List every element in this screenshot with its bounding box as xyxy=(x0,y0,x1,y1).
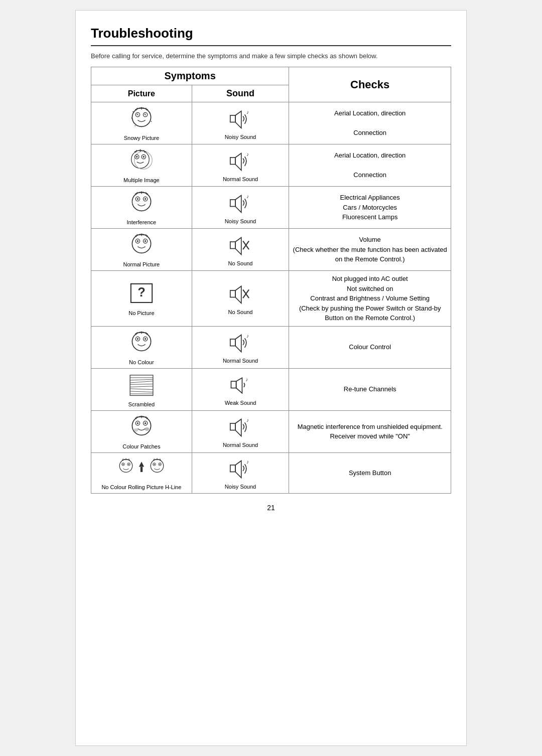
svg-text:♪: ♪ xyxy=(246,417,248,423)
noisy-sound-svg: ♪ xyxy=(227,107,254,132)
noisy-sound-svg-2: ♪ xyxy=(227,191,254,216)
no-sound-label-2: No Sound xyxy=(228,309,253,315)
svg-marker-52 xyxy=(235,237,241,254)
no-colour-icon: No Colour xyxy=(93,330,190,365)
table-row: Scrambled ♪ Weak Sound xyxy=(91,368,451,410)
normal-sound-label-1: Normal Sound xyxy=(223,176,258,182)
no-picture-svg: ? xyxy=(126,280,157,308)
checks-text: Electrical AppliancesCars / MotorcyclesF… xyxy=(340,194,400,221)
no-sound-svg-1 xyxy=(227,233,254,258)
svg-point-61 xyxy=(132,332,151,351)
no-sound-label-1: No Sound xyxy=(228,260,253,266)
checks-cell: Volume(Check whether the mute function h… xyxy=(289,229,451,271)
svg-point-84 xyxy=(132,416,151,435)
intro-text: Before calling for service, determine th… xyxy=(91,52,451,60)
svg-text:♪: ♪ xyxy=(246,109,248,114)
svg-rect-57 xyxy=(230,290,235,297)
checks-text: System Button xyxy=(349,469,391,477)
svg-point-5 xyxy=(144,114,146,115)
svg-point-110 xyxy=(154,464,155,465)
svg-point-46 xyxy=(137,240,139,242)
picture-cell: Scrambled xyxy=(91,368,192,410)
checks-text: Aerial Location, directionConnection xyxy=(334,152,405,179)
normal-sound-svg-1: ♪ xyxy=(227,149,254,174)
svg-point-34 xyxy=(145,198,146,200)
svg-point-3 xyxy=(137,114,138,115)
checks-cell: Not plugged into AC outletNot switched o… xyxy=(289,271,451,327)
svg-text:♪: ♪ xyxy=(246,333,248,339)
svg-line-77 xyxy=(130,386,153,387)
checks-cell: Magnetic interference from unshielded eq… xyxy=(289,410,451,452)
svg-point-87 xyxy=(137,422,139,423)
checks-cell: Electrical AppliancesCars / MotorcyclesF… xyxy=(289,187,451,229)
svg-point-19 xyxy=(134,152,152,170)
snowy-picture-icon: Snowy Picture xyxy=(93,105,190,141)
normal-picture-svg xyxy=(126,232,157,259)
svg-point-47 xyxy=(145,240,146,242)
svg-text:♪: ♪ xyxy=(246,151,248,157)
svg-rect-69 xyxy=(230,339,235,346)
svg-rect-51 xyxy=(230,241,235,248)
table-row: Snowy Picture ♪ xyxy=(91,102,451,144)
checks-cell: System Button xyxy=(289,452,451,493)
picture-cell: No Colour xyxy=(91,326,192,368)
picture-cell: Multiple Image xyxy=(91,144,192,187)
noisy-sound-svg-3: ♪ xyxy=(227,457,254,482)
checks-cell: Aerial Location, directionConnection xyxy=(289,144,451,187)
scrambled-icon: Scrambled xyxy=(93,372,190,407)
sound-cell: ♪ Noisy Sound xyxy=(192,452,289,493)
svg-rect-115 xyxy=(230,465,235,472)
table-row: ? No Picture No Sound xyxy=(91,271,451,327)
no-colour-rolling-icon: No Colour Rolling Picture H-Line xyxy=(93,456,190,490)
checks-text: Colour Control xyxy=(349,343,391,351)
checks-text: Not plugged into AC outletNot switched o… xyxy=(299,275,441,322)
rolling-pic-1-svg xyxy=(118,456,134,482)
noisy-sound-label-2: Noisy Sound xyxy=(225,218,256,224)
no-sound-icon-1: No Sound xyxy=(194,233,287,266)
noisy-sound-label: Noisy Sound xyxy=(225,134,256,140)
svg-point-101 xyxy=(128,464,129,465)
picture-cell: Normal Picture xyxy=(91,229,192,271)
snowy-picture-label: Snowy Picture xyxy=(124,135,159,141)
scrambled-svg xyxy=(126,372,157,399)
svg-point-65 xyxy=(145,338,146,339)
noisy-sound-label-3: Noisy Sound xyxy=(225,484,256,490)
sound-cell: No Sound xyxy=(192,229,289,271)
svg-marker-58 xyxy=(235,286,241,303)
svg-rect-94 xyxy=(230,423,235,430)
checks-cell: Colour Control xyxy=(289,326,451,368)
checks-text: Volume(Check whether the mute function h… xyxy=(293,236,447,263)
checks-text: Magnetic interference from unshielded eq… xyxy=(298,423,443,440)
svg-point-6 xyxy=(145,115,146,116)
normal-sound-icon-2: ♪ Normal Sound xyxy=(194,331,287,364)
svg-point-4 xyxy=(138,115,139,116)
multiple-image-icon: Multiple Image xyxy=(93,147,190,183)
colour-patches-svg xyxy=(126,414,157,441)
header-sound: Sound xyxy=(192,85,289,102)
svg-point-11 xyxy=(134,125,136,126)
rolling-pic-2-svg xyxy=(136,456,147,482)
svg-text:♪: ♪ xyxy=(246,193,248,199)
svg-point-22 xyxy=(136,156,138,158)
svg-text:♪: ♪ xyxy=(246,459,248,464)
header-symptoms: Symptoms xyxy=(91,67,289,85)
picture-cell: Colour Patches xyxy=(91,410,192,452)
checks-text: Re-tune Channels xyxy=(344,385,396,393)
snowy-picture-svg xyxy=(126,105,157,133)
page-number: 21 xyxy=(91,504,451,512)
sound-cell: ♪ Noisy Sound xyxy=(192,187,289,229)
svg-point-88 xyxy=(145,422,146,423)
checks-text: Aerial Location, directionConnection xyxy=(334,109,405,136)
table-row: No Colour ♪ Normal Sound xyxy=(91,326,451,368)
multiple-image-label: Multiple Image xyxy=(123,177,160,183)
svg-rect-81 xyxy=(231,381,236,388)
rolling-pic-3-svg xyxy=(149,456,165,482)
svg-marker-105 xyxy=(139,462,144,467)
no-sound-icon-2: No Sound xyxy=(194,282,287,315)
noisy-sound-icon-3: ♪ Noisy Sound xyxy=(194,457,287,490)
svg-point-64 xyxy=(137,338,139,339)
noisy-sound-icon-2: ♪ Noisy Sound xyxy=(194,191,287,224)
table-row: Colour Patches ♪ Normal Sound xyxy=(91,410,451,452)
svg-point-0 xyxy=(132,108,151,126)
svg-marker-95 xyxy=(235,419,241,436)
